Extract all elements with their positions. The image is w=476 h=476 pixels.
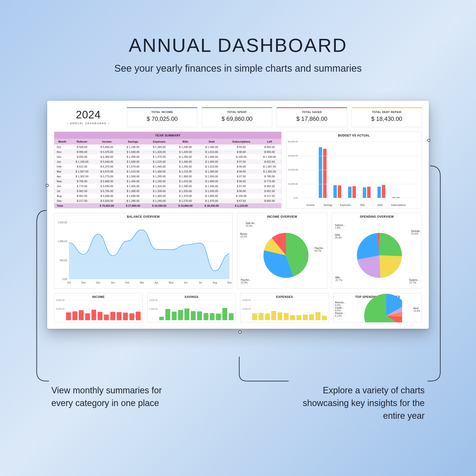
axis-tick: 40,000.00: [287, 169, 298, 171]
table-cell: $ 1,340.00: [172, 159, 199, 164]
axis-tick: 80,000.00: [287, 140, 298, 143]
dashboard-year: 2024: [55, 109, 121, 121]
table-header: Income: [94, 139, 120, 145]
panel-title: BALANCE OVERVIEW: [54, 213, 232, 220]
table-cell: $ 952.50: [258, 188, 281, 193]
balance-chart: 0.00500.001,000.001,500.00OctNovDecJanFe…: [54, 220, 232, 286]
axis-label: Expenses: [339, 204, 352, 206]
table-cell: $ 500.00: [70, 145, 94, 150]
table-cell: $ 1,615.00: [199, 150, 225, 154]
table-cell: $ 952.50: [70, 193, 94, 198]
kpi-total-debt-repaid: TOTAL DEBT REPAID $ 18,430.00: [352, 107, 422, 127]
table-cell: $ 95.00: [225, 164, 258, 169]
table-cell: $ 5,870.00: [94, 169, 120, 174]
table-cell: $ 1,325.00: [146, 184, 172, 188]
bar: [258, 313, 263, 320]
pie-label: Expens…23.7%: [409, 279, 420, 284]
table-cell: Aug: [54, 193, 70, 198]
table-cell: Mar: [54, 169, 70, 174]
bar: [110, 312, 115, 320]
table-cell: $ 1,415.00: [172, 179, 199, 184]
bar: [123, 313, 128, 320]
table-cell: $ 1,265.00: [172, 154, 199, 159]
kpi-label: TOTAL SPENT: [205, 111, 269, 114]
table-cell: $ 1,565.00: [199, 159, 225, 164]
svg-text:Apr: Apr: [154, 281, 158, 284]
caption-left: View monthly summaries for every categor…: [51, 384, 179, 409]
table-cell: $ 1,490.00: [120, 154, 146, 159]
table-row-total: Total$ 70,025.00$ 17,860.00$ 16,590.00$ …: [54, 203, 281, 208]
table-cell: $ 1,390.00: [199, 145, 225, 150]
table-cell: $ 1,405.00: [120, 179, 146, 184]
table-cell: $ 1,007.50: [70, 169, 94, 174]
table-cell: $ 5,540.00: [94, 159, 120, 164]
table-row: Jun$ 775.00$ 5,830.00$ 1,405.00$ 1,325.0…: [54, 184, 281, 188]
table-cell: $ 5,975.00: [94, 150, 120, 154]
bva-chart: 0.0020,000.0040,000.0060,000.0080,000.00: [286, 139, 422, 202]
gridline: 40,000.00: [299, 170, 419, 170]
table-row: May$ 785.00$ 5,900.00$ 1,405.00$ 1,295.0…: [54, 179, 281, 184]
table-row: Oct$ 500.00$ 5,800.00$ 1,195.00$ 1,385.0…: [54, 145, 281, 150]
bar: [204, 313, 208, 320]
svg-text:Sep: Sep: [227, 281, 232, 284]
panel-title: INCOME OVERVIEW: [237, 213, 327, 220]
bar: [66, 312, 71, 320]
table-cell: $ 1,670.00: [120, 164, 146, 169]
bar: [229, 313, 234, 320]
table-cell: $ 1,395.00: [120, 198, 146, 203]
table-cell: $ 1,380.00: [120, 188, 146, 193]
table-cell: $ 655.00: [258, 150, 281, 154]
pie-label: Debt26.4%: [335, 234, 342, 239]
kpi-value: $ 70,025.00: [131, 116, 194, 122]
table-cell: $ 1,385.00: [146, 145, 172, 150]
kpi-value: $ 17,860.00: [280, 116, 343, 122]
bar: [216, 314, 221, 320]
table-cell: $ 217.50: [258, 193, 281, 198]
table-header: Savings: [120, 139, 146, 145]
table-cell: $ 1,190.00: [70, 159, 94, 164]
table-cell: $ 1,545.00: [199, 184, 225, 188]
table-cell: $ 1,500.00: [120, 174, 146, 179]
bar: [319, 147, 322, 198]
table-row: Jul$ 902.50$ 5,705.00$ 1,380.00$ 1,330.0…: [54, 188, 281, 193]
table-cell: $ 1,320.00: [172, 188, 199, 193]
svg-text:Aug: Aug: [213, 281, 217, 284]
bar: [284, 313, 289, 320]
table-cell: Dec: [54, 154, 70, 159]
bar: [265, 314, 270, 320]
bar: [185, 308, 189, 320]
panel-title: BUDGET VS ACTUAL: [286, 132, 422, 139]
bar: [367, 187, 371, 198]
svg-text:1,500.00: 1,500.00: [57, 221, 67, 224]
bar: [136, 312, 141, 320]
table-cell: $ 1,295.00: [146, 179, 172, 184]
table-cell: $ 217.50: [70, 198, 94, 203]
page-title: ANNUAL DASHBOARD: [0, 34, 476, 56]
bar-pair: [377, 185, 385, 198]
balance-overview-panel: BALANCE OVERVIEW 0.00500.001,000.001,500…: [54, 213, 233, 289]
expenses-monthly-panel: EXPENSES 1,500.002,000.00: [240, 293, 329, 323]
table-cell: $ 15,860.00: [172, 203, 199, 208]
year-box: 2024 ~ ANNUAL DASHBOARD ~: [54, 107, 122, 127]
dashboard-card: 2024 ~ ANNUAL DASHBOARD ~ TOTAL INCOME $…: [47, 101, 429, 329]
table-row: Apr$ 1,302.50$ 5,275.00$ 1,500.00$ 1,285…: [54, 174, 281, 179]
page-subtitle: See your yearly finances in simple chart…: [0, 63, 476, 74]
table-cell: $ 90.00: [225, 188, 258, 193]
income-monthly-panel: INCOME 6,000.008,000.00: [54, 293, 143, 323]
bar: [159, 317, 164, 320]
table-cell: $ 1,265.00: [172, 164, 199, 169]
table-cell: $ 1,340.00: [172, 184, 199, 188]
bar: [222, 308, 227, 320]
bar: [278, 312, 283, 320]
table-cell: $ 1,475.00: [199, 198, 225, 203]
table-cell: $ 90.00: [225, 169, 258, 174]
svg-text:Jan: Jan: [111, 281, 115, 284]
bar: [210, 313, 215, 320]
table-cell: $ 665.00: [258, 198, 281, 203]
pie-label: Bonus10.5%: [240, 233, 247, 238]
table-cell: $ 1,360.00: [199, 169, 225, 174]
table-cell: $ 85.00: [225, 145, 258, 150]
table-header: Left: [258, 139, 281, 145]
table-cell: $ 1,195.00: [120, 145, 146, 150]
table-cell: $ 100.00: [225, 154, 258, 159]
